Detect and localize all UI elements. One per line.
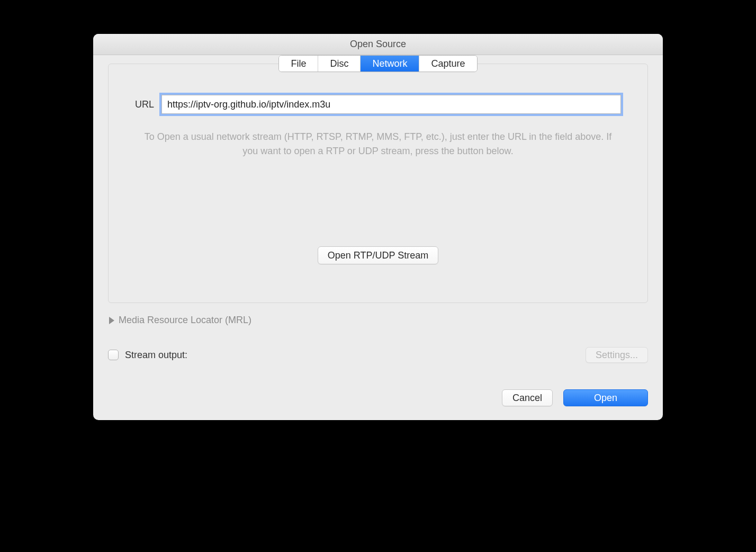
mrl-label: Media Resource Locator (MRL) — [119, 315, 251, 326]
network-help-text: To Open a usual network stream (HTTP, RT… — [140, 130, 616, 158]
tab-disc[interactable]: Disc — [318, 56, 361, 72]
tab-network[interactable]: Network — [361, 56, 419, 72]
url-row: URL — [135, 95, 621, 114]
stream-output-row: Stream output: Settings... — [108, 347, 648, 363]
open-source-dialog: Open Source File Disc Network Capture UR… — [93, 34, 663, 420]
stream-output-label: Stream output: — [125, 350, 187, 361]
tab-capture[interactable]: Capture — [419, 56, 476, 72]
cancel-button[interactable]: Cancel — [502, 389, 553, 406]
settings-button[interactable]: Settings... — [586, 347, 648, 363]
stream-output-checkbox[interactable] — [108, 350, 119, 360]
open-rtp-udp-button[interactable]: Open RTP/UDP Stream — [318, 246, 438, 264]
rtp-row: Open RTP/UDP Stream — [135, 246, 621, 264]
disclosure-triangle-icon — [109, 317, 114, 324]
window-title: Open Source — [93, 34, 663, 55]
url-input[interactable] — [161, 95, 621, 114]
mrl-disclosure[interactable]: Media Resource Locator (MRL) — [108, 315, 648, 326]
dialog-body: File Disc Network Capture URL To Open a … — [93, 55, 663, 420]
tab-bar: File Disc Network Capture — [108, 55, 648, 72]
network-panel: URL To Open a usual network stream (HTTP… — [108, 64, 648, 303]
open-button[interactable]: Open — [563, 389, 648, 406]
url-label: URL — [135, 99, 154, 110]
tab-file[interactable]: File — [279, 56, 318, 72]
source-segmented-control: File Disc Network Capture — [278, 55, 477, 72]
dialog-footer: Cancel Open — [108, 389, 648, 406]
url-input-wrap — [161, 95, 621, 114]
stream-output-left: Stream output: — [108, 350, 187, 361]
